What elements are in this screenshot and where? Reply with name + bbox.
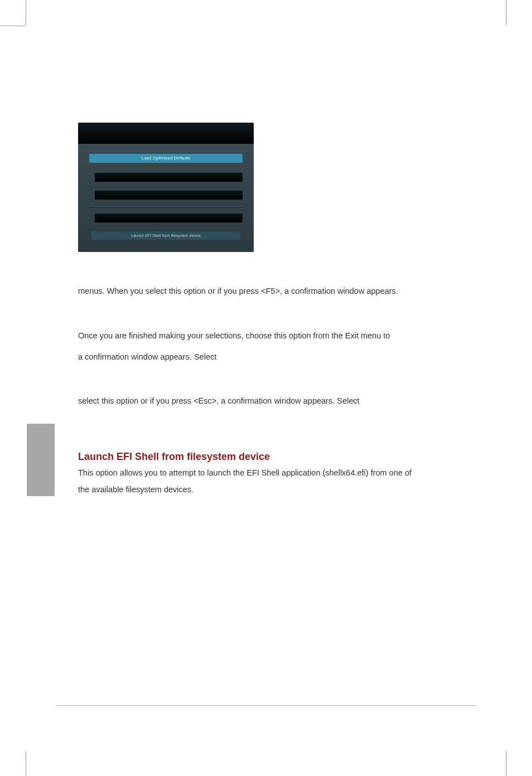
crop-mark: [26, 0, 26, 25]
footer-divider: [56, 705, 476, 706]
bios-item-launch-efi: Launch EFI Shell from filesystem device: [91, 231, 240, 240]
crop-mark: [506, 751, 506, 776]
section-launch-efi: Launch EFI Shell from filesystem device …: [78, 451, 474, 496]
bios-item-asus-ez: [95, 214, 243, 222]
crop-mark: [506, 0, 506, 25]
body-text: This option allows you to attempt to lau…: [78, 467, 474, 479]
crop-mark: [26, 751, 26, 776]
body-text: select this option or if you press <Esc>…: [78, 395, 474, 408]
bios-item-load-defaults: Load Optimized Defaults: [89, 154, 243, 163]
bios-item-discard-changes: [95, 191, 243, 200]
body-text: a confirmation window appears. Select: [78, 351, 474, 363]
section-save-reset: Once you are finished making your select…: [78, 330, 474, 363]
page-side-tab: [27, 424, 55, 496]
crop-mark: [0, 26, 25, 26]
bios-divider: [89, 206, 243, 207]
body-text: Once you are finished making your select…: [78, 330, 474, 342]
bios-item-save-changes: [95, 173, 243, 182]
section-load-defaults: menus. When you select this option or if…: [78, 285, 474, 298]
bios-screenshot: Load Optimized Defaults Launch EFI Shell…: [78, 123, 254, 252]
heading-launch-efi: Launch EFI Shell from filesystem device: [78, 451, 474, 463]
bios-menu-body: Load Optimized Defaults Launch EFI Shell…: [78, 144, 254, 252]
bios-titlebar: [78, 123, 254, 144]
page-content: Load Optimized Defaults Launch EFI Shell…: [78, 123, 474, 510]
body-text: the available filesystem devices.: [78, 484, 474, 496]
section-discard-exit: select this option or if you press <Esc>…: [78, 395, 474, 408]
body-text: menus. When you select this option or if…: [78, 285, 474, 298]
